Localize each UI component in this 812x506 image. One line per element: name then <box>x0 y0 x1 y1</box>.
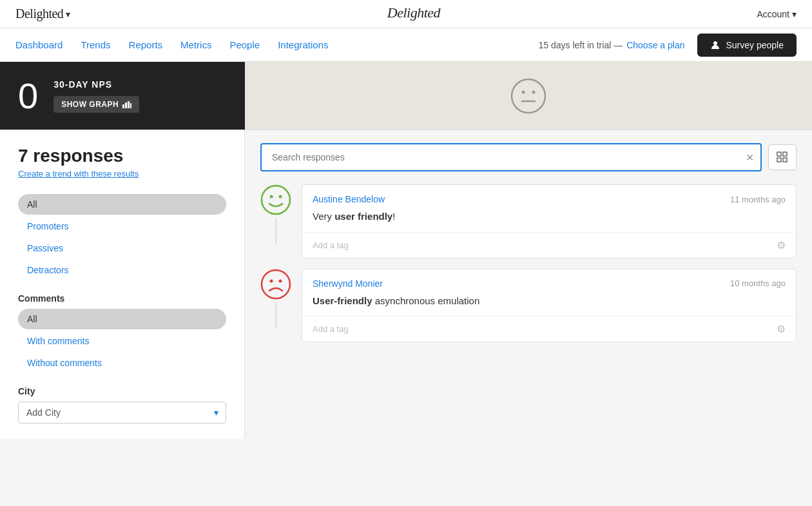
svg-rect-5 <box>130 103 131 108</box>
navbar: Dashboard Trends Reports Metrics People … <box>0 28 812 62</box>
response-tag-2: Add a tag ⚙ <box>302 316 796 342</box>
survey-btn-label: Survey people <box>726 40 784 50</box>
svg-point-17 <box>262 270 290 298</box>
svg-point-16 <box>279 195 282 199</box>
svg-point-1 <box>713 41 717 45</box>
brand-dropdown[interactable]: Delighted ▾ <box>15 6 70 21</box>
search-clear-icon[interactable]: ✕ <box>746 151 754 164</box>
svg-point-14 <box>262 186 290 214</box>
nps-label: 30-DAY NPS <box>53 79 139 90</box>
response-body-1: Very user friendly! <box>302 209 796 232</box>
content-area: 7 responses Create a trend with these re… <box>0 130 812 439</box>
nav-people[interactable]: People <box>229 37 260 53</box>
grid-toggle-button[interactable] <box>768 144 797 170</box>
account-dropdown[interactable]: Account ▾ <box>757 9 797 19</box>
svg-rect-12 <box>777 158 781 162</box>
filter-all-comments[interactable]: All <box>18 309 226 329</box>
response-name-1[interactable]: Austine Bendelow <box>313 194 385 204</box>
nps-chart-area <box>245 62 812 130</box>
response-timeline-1 <box>260 184 291 244</box>
svg-rect-3 <box>125 102 127 108</box>
add-tag-label-2[interactable]: Add a tag <box>313 324 349 334</box>
gear-icon-1[interactable]: ⚙ <box>777 239 786 251</box>
nav-trends[interactable]: Trends <box>81 37 110 53</box>
comments-section-title: Comments <box>18 293 226 304</box>
response-item-2: Sherwynd Monier 10 months ago User-frien… <box>260 269 797 343</box>
filter-detractors[interactable]: Detractors <box>18 260 226 280</box>
detractor-face-icon <box>260 269 291 300</box>
filter-with-comments[interactable]: With comments <box>18 331 226 351</box>
filter-group-comments: All With comments Without comments <box>18 309 226 373</box>
svg-point-6 <box>512 79 545 113</box>
svg-rect-13 <box>783 158 787 162</box>
svg-point-15 <box>270 195 273 199</box>
response-time-2: 10 months ago <box>730 278 786 288</box>
response-timeline-2 <box>260 269 291 328</box>
grid-icon <box>777 151 788 163</box>
response-tag-1: Add a tag ⚙ <box>302 232 796 258</box>
nav-reports[interactable]: Reports <box>129 37 163 53</box>
add-tag-label-1[interactable]: Add a tag <box>313 240 349 250</box>
svg-rect-10 <box>777 152 781 156</box>
responses-panel: ✕ <box>245 130 812 439</box>
city-select-wrapper: Add City ▾ <box>18 402 226 423</box>
response-time-1: 11 months ago <box>730 195 786 204</box>
choose-plan-link[interactable]: Choose a plan <box>626 40 684 50</box>
account-chevron-icon: ▾ <box>792 9 797 19</box>
gear-icon-2[interactable]: ⚙ <box>777 323 786 335</box>
search-row: ✕ <box>260 143 797 171</box>
create-trend-link[interactable]: Create a trend with these results <box>18 169 226 179</box>
response-card-2: Sherwynd Monier 10 months ago User-frien… <box>302 269 797 343</box>
trial-text: 15 days left in trial — <box>538 40 623 50</box>
neutral-face-icon <box>510 78 546 114</box>
search-input[interactable] <box>260 143 762 171</box>
svg-text:Delighted: Delighted <box>387 5 441 21</box>
filter-without-comments[interactable]: Without comments <box>18 353 226 373</box>
nav-links: Dashboard Trends Reports Metrics People … <box>15 37 538 53</box>
person-icon <box>710 40 720 50</box>
response-text-bold-1: user friendly <box>334 211 392 222</box>
city-filter-section: City Add City ▾ <box>18 386 226 423</box>
filter-group-scores: All Promoters Passives Detractors <box>18 194 226 280</box>
nps-score: 0 <box>18 75 38 117</box>
response-header-2: Sherwynd Monier 10 months ago <box>302 269 796 294</box>
topbar: Delighted ▾ Delighted Account ▾ <box>0 0 812 28</box>
svg-rect-4 <box>128 101 130 108</box>
nps-header: 0 30-DAY NPS SHOW GRAPH <box>0 62 812 130</box>
nav-metrics[interactable]: Metrics <box>180 37 211 53</box>
brand-logo: Delighted <box>15 6 63 21</box>
svg-rect-11 <box>783 152 787 156</box>
svg-point-7 <box>522 90 525 93</box>
nav-dashboard[interactable]: Dashboard <box>15 37 63 53</box>
promoter-face-icon <box>260 184 291 215</box>
filter-promoters[interactable]: Promoters <box>18 216 226 237</box>
responses-count: 7 responses <box>18 146 226 166</box>
response-card-1: Austine Bendelow 11 months ago Very user… <box>302 184 797 258</box>
show-graph-label: SHOW GRAPH <box>61 100 119 109</box>
city-select[interactable]: Add City <box>18 402 226 423</box>
response-text-bold-2: User-friendly <box>313 295 372 306</box>
filter-all[interactable]: All <box>18 194 226 215</box>
brand-chevron-icon: ▾ <box>66 9 70 19</box>
response-text-post-2: asynchronous emulation <box>372 295 480 306</box>
response-header-1: Austine Bendelow 11 months ago <box>302 185 796 209</box>
svg-rect-2 <box>122 104 124 108</box>
topbar-center-logo: Delighted <box>375 3 452 24</box>
response-body-2: User-friendly asynchronous emulation <box>302 294 796 316</box>
main-content: 0 30-DAY NPS SHOW GRAPH <box>0 62 812 439</box>
nps-label-area: 30-DAY NPS SHOW GRAPH <box>53 79 139 113</box>
response-name-2[interactable]: Sherwynd Monier <box>313 278 383 289</box>
survey-people-button[interactable]: Survey people <box>697 34 797 57</box>
account-label: Account <box>757 9 789 19</box>
show-graph-button[interactable]: SHOW GRAPH <box>53 96 139 113</box>
search-box: ✕ <box>260 143 762 171</box>
city-label: City <box>18 386 226 396</box>
svg-point-19 <box>279 279 282 282</box>
timeline-line-2 <box>275 302 276 328</box>
nav-integrations[interactable]: Integrations <box>278 37 328 53</box>
sidebar: 7 responses Create a trend with these re… <box>0 130 245 439</box>
trial-info: 15 days left in trial — Choose a plan <box>538 40 684 50</box>
svg-point-8 <box>532 90 536 93</box>
filter-passives[interactable]: Passives <box>18 238 226 258</box>
response-text-pre-1: Very <box>313 211 334 222</box>
